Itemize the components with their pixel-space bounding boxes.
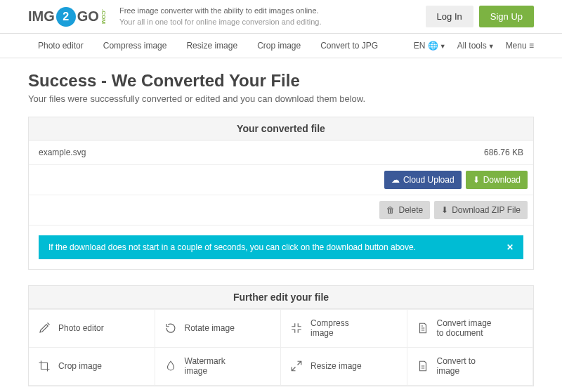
nav-photo-editor[interactable]: Photo editor	[28, 34, 93, 58]
download-zip-button[interactable]: ⬇ Download ZIP File	[434, 201, 528, 219]
signup-button[interactable]: Sign Up	[479, 6, 534, 27]
image-icon	[416, 359, 430, 373]
logo-text-go: GO	[77, 8, 99, 25]
pencil-ruler-icon	[37, 321, 51, 335]
trash-icon: 🗑	[386, 205, 395, 215]
tool-photo-editor[interactable]: Photo editor	[29, 310, 155, 348]
page-subtitle: Your files were successfully converted o…	[28, 93, 534, 104]
menu-toggle[interactable]: Menu ≡	[506, 41, 534, 51]
tool-watermark-image[interactable]: Watermark image	[155, 348, 282, 386]
logo-circle-2: 2	[56, 7, 76, 27]
tool-resize-image[interactable]: Resize image	[281, 348, 407, 386]
document-icon	[416, 321, 430, 335]
tagline-line2: Your all in one tool for online image co…	[119, 17, 322, 27]
download-button[interactable]: ⬇ Download	[466, 171, 528, 189]
nav-compress-image[interactable]: Compress image	[93, 34, 177, 58]
tagline: Free image converter with the ability to…	[119, 6, 322, 27]
nav-crop-image[interactable]: Crop image	[247, 34, 311, 58]
download-icon: ⬇	[441, 205, 448, 215]
logo-text-img: IMG	[28, 8, 55, 25]
nav-bar: Photo editor Compress image Resize image…	[0, 34, 562, 58]
resize-icon	[289, 359, 303, 373]
further-edit-heading: Further edit your file	[29, 286, 533, 309]
further-edit-panel: Further edit your file Photo editor Rota…	[28, 285, 534, 386]
download-icon: ⬇	[473, 175, 480, 185]
delete-button[interactable]: 🗑 Delete	[379, 201, 430, 219]
file-size: 686.76 KB	[484, 148, 523, 157]
nav-convert-jpg[interactable]: Convert to JPG	[311, 34, 388, 58]
tool-rotate-image[interactable]: Rotate image	[155, 310, 282, 348]
page-title: Success - We Converted Your File	[28, 71, 534, 91]
file-row: example.svg 686.76 KB	[29, 141, 533, 165]
compress-icon	[289, 321, 303, 335]
tagline-line1: Free image converter with the ability to…	[119, 6, 322, 16]
droplet-icon	[164, 359, 178, 373]
download-alert: If the download does not start in a coup…	[39, 235, 523, 259]
alert-text: If the download does not start in a coup…	[48, 242, 416, 252]
lang-selector[interactable]: EN 🌐▼	[414, 41, 446, 51]
tool-convert-image[interactable]: Convert to image	[407, 348, 534, 386]
converted-file-panel: Your converted file example.svg 686.76 K…	[28, 117, 534, 270]
nav-resize-image[interactable]: Resize image	[176, 34, 247, 58]
tool-convert-document[interactable]: Convert image to document	[407, 310, 534, 348]
file-name: example.svg	[39, 148, 484, 157]
logo-text-com: .COM	[100, 9, 107, 24]
cloud-upload-button[interactable]: ☁ Cloud Upload	[384, 171, 462, 189]
login-button[interactable]: Log In	[426, 6, 473, 27]
tool-crop-image[interactable]: Crop image	[29, 348, 155, 386]
tool-compress-image[interactable]: Compress image	[281, 310, 407, 348]
crop-icon	[37, 359, 51, 373]
all-tools-menu[interactable]: All tools▼	[457, 41, 495, 51]
alert-close-icon[interactable]: ✕	[507, 242, 514, 252]
cloud-upload-icon: ☁	[391, 175, 400, 185]
top-header: IMG 2 GO .COM Free image converter with …	[0, 0, 562, 34]
rotate-icon	[164, 321, 178, 335]
logo[interactable]: IMG 2 GO .COM	[28, 7, 107, 27]
converted-file-heading: Your converted file	[29, 117, 533, 141]
